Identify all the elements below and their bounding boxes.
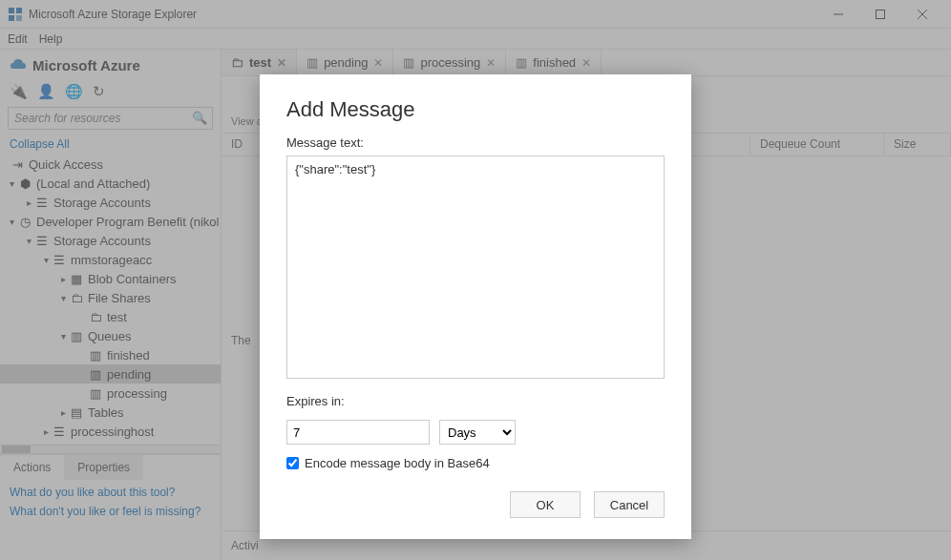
message-text-input[interactable]: {"share":"test"} [286, 156, 665, 379]
expires-unit-select[interactable]: Days [439, 420, 516, 445]
expires-label: Expires in: [286, 394, 665, 408]
modal-overlay: Add Message Message text: {"share":"test… [0, 0, 951, 560]
message-text-label: Message text: [286, 135, 665, 150]
ok-button[interactable]: OK [510, 491, 581, 518]
encode-base64-checkbox[interactable] [286, 457, 299, 469]
add-message-dialog: Add Message Message text: {"share":"test… [260, 74, 691, 539]
expires-value-input[interactable] [286, 420, 430, 445]
cancel-button[interactable]: Cancel [594, 491, 665, 518]
encode-base64-label: Encode message body in Base64 [305, 456, 490, 470]
dialog-title: Add Message [286, 97, 665, 122]
